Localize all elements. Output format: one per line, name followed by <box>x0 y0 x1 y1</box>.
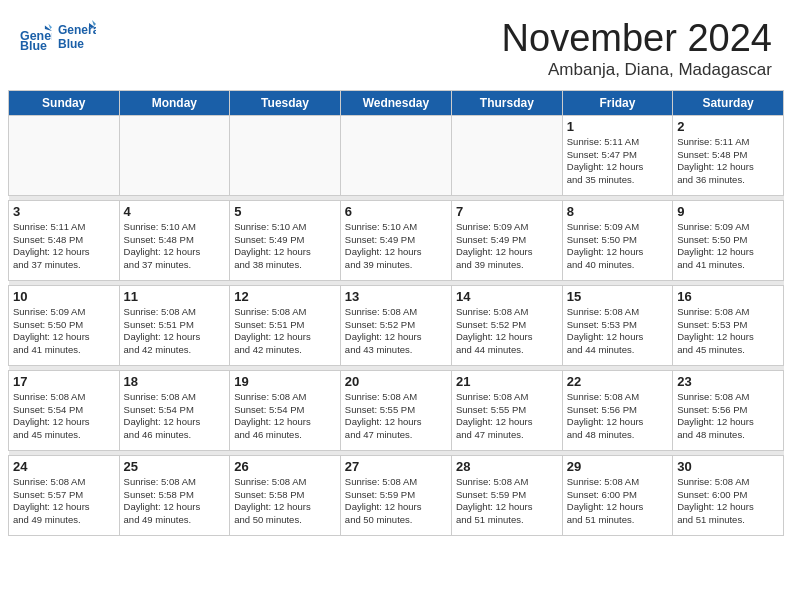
day-number: 7 <box>456 204 558 219</box>
title-area: November 2024 Ambanja, Diana, Madagascar <box>502 18 772 80</box>
day-info: Sunrise: 5:08 AM Sunset: 5:51 PM Dayligh… <box>124 306 226 357</box>
calendar-cell: 1Sunrise: 5:11 AM Sunset: 5:47 PM Daylig… <box>562 115 672 195</box>
day-info: Sunrise: 5:08 AM Sunset: 5:59 PM Dayligh… <box>345 476 447 527</box>
day-number: 6 <box>345 204 447 219</box>
calendar-cell <box>9 115 120 195</box>
day-info: Sunrise: 5:11 AM Sunset: 5:48 PM Dayligh… <box>677 136 779 187</box>
calendar-cell: 25Sunrise: 5:08 AM Sunset: 5:58 PM Dayli… <box>119 455 230 535</box>
day-info: Sunrise: 5:08 AM Sunset: 5:58 PM Dayligh… <box>234 476 336 527</box>
day-number: 8 <box>567 204 668 219</box>
day-info: Sunrise: 5:08 AM Sunset: 6:00 PM Dayligh… <box>677 476 779 527</box>
day-info: Sunrise: 5:11 AM Sunset: 5:47 PM Dayligh… <box>567 136 668 187</box>
calendar-cell: 10Sunrise: 5:09 AM Sunset: 5:50 PM Dayli… <box>9 285 120 365</box>
calendar-cell: 4Sunrise: 5:10 AM Sunset: 5:48 PM Daylig… <box>119 200 230 280</box>
day-number: 17 <box>13 374 115 389</box>
calendar-cell <box>119 115 230 195</box>
day-number: 10 <box>13 289 115 304</box>
day-number: 18 <box>124 374 226 389</box>
day-number: 20 <box>345 374 447 389</box>
logo-icon: General Blue <box>20 22 52 54</box>
day-info: Sunrise: 5:09 AM Sunset: 5:50 PM Dayligh… <box>13 306 115 357</box>
day-number: 23 <box>677 374 779 389</box>
calendar-cell: 17Sunrise: 5:08 AM Sunset: 5:54 PM Dayli… <box>9 370 120 450</box>
calendar-cell: 9Sunrise: 5:09 AM Sunset: 5:50 PM Daylig… <box>673 200 784 280</box>
calendar-cell: 14Sunrise: 5:08 AM Sunset: 5:52 PM Dayli… <box>451 285 562 365</box>
week-row-5: 24Sunrise: 5:08 AM Sunset: 5:57 PM Dayli… <box>9 455 784 535</box>
location-title: Ambanja, Diana, Madagascar <box>502 60 772 80</box>
day-number: 28 <box>456 459 558 474</box>
calendar-table: Sunday Monday Tuesday Wednesday Thursday… <box>8 90 784 536</box>
day-number: 14 <box>456 289 558 304</box>
day-info: Sunrise: 5:10 AM Sunset: 5:49 PM Dayligh… <box>234 221 336 272</box>
day-info: Sunrise: 5:08 AM Sunset: 5:56 PM Dayligh… <box>567 391 668 442</box>
day-number: 15 <box>567 289 668 304</box>
day-number: 1 <box>567 119 668 134</box>
day-number: 4 <box>124 204 226 219</box>
day-number: 13 <box>345 289 447 304</box>
calendar-cell: 12Sunrise: 5:08 AM Sunset: 5:51 PM Dayli… <box>230 285 341 365</box>
day-info: Sunrise: 5:09 AM Sunset: 5:50 PM Dayligh… <box>567 221 668 272</box>
calendar-cell: 26Sunrise: 5:08 AM Sunset: 5:58 PM Dayli… <box>230 455 341 535</box>
calendar-cell: 13Sunrise: 5:08 AM Sunset: 5:52 PM Dayli… <box>340 285 451 365</box>
day-number: 22 <box>567 374 668 389</box>
day-number: 24 <box>13 459 115 474</box>
col-tuesday: Tuesday <box>230 90 341 115</box>
day-number: 12 <box>234 289 336 304</box>
day-info: Sunrise: 5:08 AM Sunset: 5:55 PM Dayligh… <box>345 391 447 442</box>
calendar-cell: 18Sunrise: 5:08 AM Sunset: 5:54 PM Dayli… <box>119 370 230 450</box>
calendar-cell: 8Sunrise: 5:09 AM Sunset: 5:50 PM Daylig… <box>562 200 672 280</box>
logo: General Blue General Blue <box>20 18 96 58</box>
calendar-cell: 29Sunrise: 5:08 AM Sunset: 6:00 PM Dayli… <box>562 455 672 535</box>
day-info: Sunrise: 5:08 AM Sunset: 5:54 PM Dayligh… <box>234 391 336 442</box>
day-info: Sunrise: 5:08 AM Sunset: 5:56 PM Dayligh… <box>677 391 779 442</box>
month-title: November 2024 <box>502 18 772 60</box>
calendar-cell: 30Sunrise: 5:08 AM Sunset: 6:00 PM Dayli… <box>673 455 784 535</box>
day-number: 19 <box>234 374 336 389</box>
page-container: General Blue General Blue November 2024 … <box>0 0 792 544</box>
calendar-header-row: Sunday Monday Tuesday Wednesday Thursday… <box>9 90 784 115</box>
svg-text:Blue: Blue <box>20 39 47 53</box>
day-number: 30 <box>677 459 779 474</box>
calendar-cell: 23Sunrise: 5:08 AM Sunset: 5:56 PM Dayli… <box>673 370 784 450</box>
calendar-cell: 16Sunrise: 5:08 AM Sunset: 5:53 PM Dayli… <box>673 285 784 365</box>
col-friday: Friday <box>562 90 672 115</box>
day-number: 11 <box>124 289 226 304</box>
day-number: 29 <box>567 459 668 474</box>
header: General Blue General Blue November 2024 … <box>0 0 792 90</box>
calendar-cell: 20Sunrise: 5:08 AM Sunset: 5:55 PM Dayli… <box>340 370 451 450</box>
calendar-cell <box>340 115 451 195</box>
day-info: Sunrise: 5:09 AM Sunset: 5:50 PM Dayligh… <box>677 221 779 272</box>
day-info: Sunrise: 5:08 AM Sunset: 5:51 PM Dayligh… <box>234 306 336 357</box>
calendar-cell: 27Sunrise: 5:08 AM Sunset: 5:59 PM Dayli… <box>340 455 451 535</box>
day-info: Sunrise: 5:08 AM Sunset: 5:58 PM Dayligh… <box>124 476 226 527</box>
day-info: Sunrise: 5:08 AM Sunset: 5:52 PM Dayligh… <box>345 306 447 357</box>
calendar-cell: 19Sunrise: 5:08 AM Sunset: 5:54 PM Dayli… <box>230 370 341 450</box>
day-info: Sunrise: 5:10 AM Sunset: 5:48 PM Dayligh… <box>124 221 226 272</box>
col-sunday: Sunday <box>9 90 120 115</box>
day-info: Sunrise: 5:08 AM Sunset: 5:59 PM Dayligh… <box>456 476 558 527</box>
day-info: Sunrise: 5:09 AM Sunset: 5:49 PM Dayligh… <box>456 221 558 272</box>
calendar-cell: 11Sunrise: 5:08 AM Sunset: 5:51 PM Dayli… <box>119 285 230 365</box>
day-info: Sunrise: 5:11 AM Sunset: 5:48 PM Dayligh… <box>13 221 115 272</box>
calendar-cell: 24Sunrise: 5:08 AM Sunset: 5:57 PM Dayli… <box>9 455 120 535</box>
calendar-cell: 5Sunrise: 5:10 AM Sunset: 5:49 PM Daylig… <box>230 200 341 280</box>
day-info: Sunrise: 5:08 AM Sunset: 5:53 PM Dayligh… <box>677 306 779 357</box>
calendar-cell <box>451 115 562 195</box>
calendar-cell: 15Sunrise: 5:08 AM Sunset: 5:53 PM Dayli… <box>562 285 672 365</box>
week-row-1: 1Sunrise: 5:11 AM Sunset: 5:47 PM Daylig… <box>9 115 784 195</box>
day-number: 21 <box>456 374 558 389</box>
logo-bird-icon: General Blue <box>56 18 96 58</box>
week-row-2: 3Sunrise: 5:11 AM Sunset: 5:48 PM Daylig… <box>9 200 784 280</box>
svg-text:Blue: Blue <box>58 37 84 51</box>
week-row-4: 17Sunrise: 5:08 AM Sunset: 5:54 PM Dayli… <box>9 370 784 450</box>
day-number: 26 <box>234 459 336 474</box>
calendar-cell: 3Sunrise: 5:11 AM Sunset: 5:48 PM Daylig… <box>9 200 120 280</box>
day-info: Sunrise: 5:08 AM Sunset: 5:54 PM Dayligh… <box>124 391 226 442</box>
col-thursday: Thursday <box>451 90 562 115</box>
day-info: Sunrise: 5:08 AM Sunset: 5:52 PM Dayligh… <box>456 306 558 357</box>
day-number: 3 <box>13 204 115 219</box>
day-info: Sunrise: 5:08 AM Sunset: 5:57 PM Dayligh… <box>13 476 115 527</box>
calendar-cell: 7Sunrise: 5:09 AM Sunset: 5:49 PM Daylig… <box>451 200 562 280</box>
day-info: Sunrise: 5:08 AM Sunset: 6:00 PM Dayligh… <box>567 476 668 527</box>
week-row-3: 10Sunrise: 5:09 AM Sunset: 5:50 PM Dayli… <box>9 285 784 365</box>
